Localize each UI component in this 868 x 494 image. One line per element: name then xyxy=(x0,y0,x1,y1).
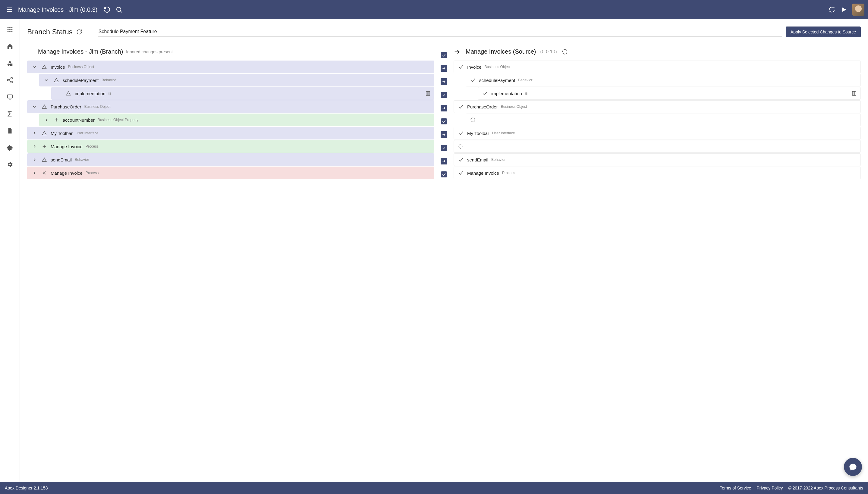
source-row[interactable]: Manage InvoiceProcess xyxy=(454,167,861,179)
branch-row[interactable]: Manage InvoiceProcess xyxy=(27,140,434,153)
apply-arrow[interactable] xyxy=(441,75,447,88)
svg-point-18 xyxy=(11,77,12,79)
branch-row[interactable]: accountNumberBusiness Object Property xyxy=(39,114,434,126)
share-icon xyxy=(7,77,13,83)
refresh-button[interactable] xyxy=(826,4,838,16)
source-version: (0.0.10) xyxy=(540,49,557,55)
search-button[interactable] xyxy=(113,4,125,16)
rail-settings[interactable] xyxy=(6,160,14,169)
privacy-link[interactable]: Privacy Policy xyxy=(756,486,783,490)
svg-marker-15 xyxy=(8,60,11,63)
svg-marker-5 xyxy=(843,7,846,12)
rail-functions[interactable] xyxy=(6,110,14,118)
run-button[interactable] xyxy=(838,4,850,16)
item-name: PurchaseOrder xyxy=(51,104,81,109)
branch-column-header: Manage Invoices - Jim (Branch) Ignored c… xyxy=(27,48,434,60)
svg-marker-38 xyxy=(42,158,47,162)
rail-desktop[interactable] xyxy=(6,93,14,101)
desktop-icon xyxy=(7,94,13,100)
apps-icon xyxy=(7,26,13,33)
source-column: Manage Invoices (Source) (0.0.10) Invoic… xyxy=(454,48,861,181)
item-type: Process xyxy=(86,171,98,175)
branch-row[interactable]: implementationis xyxy=(51,87,434,100)
select-checkbox[interactable] xyxy=(441,168,447,181)
rail-apps[interactable] xyxy=(6,25,14,34)
branch-row[interactable]: Manage InvoiceProcess xyxy=(27,167,434,179)
source-refresh-button[interactable] xyxy=(562,49,568,55)
play-icon xyxy=(841,6,847,13)
refresh-status-button[interactable] xyxy=(76,29,82,35)
history-icon xyxy=(104,6,111,13)
branch-row[interactable]: schedulePaymentBehavior xyxy=(39,74,434,87)
svg-rect-7 xyxy=(10,27,11,28)
content: Branch Status Apply Selected Changes to … xyxy=(20,19,868,482)
terms-link[interactable]: Terms of Service xyxy=(720,486,751,490)
left-rail xyxy=(0,19,20,482)
source-row[interactable]: implementationis xyxy=(478,87,861,100)
source-row[interactable]: My ToolbarUser Interface xyxy=(454,127,861,139)
item-name: implementation xyxy=(75,91,106,96)
svg-point-19 xyxy=(7,79,9,81)
item-type: Behavior xyxy=(491,157,505,162)
expand-toggle[interactable] xyxy=(31,64,38,70)
expand-toggle[interactable] xyxy=(31,157,38,163)
apply-changes-button[interactable]: Apply Selected Changes to Source xyxy=(786,26,861,37)
svg-rect-23 xyxy=(7,95,12,98)
source-row[interactable]: InvoiceBusiness Object xyxy=(454,60,861,73)
branch-name-input[interactable] xyxy=(98,28,782,36)
compare-button[interactable] xyxy=(425,91,431,96)
menu-button[interactable] xyxy=(4,4,16,16)
source-row[interactable] xyxy=(454,140,861,153)
expand-toggle[interactable] xyxy=(31,144,38,149)
copyright[interactable]: © 2017-2022 Apex Process Consultants xyxy=(789,486,863,490)
select-checkbox[interactable] xyxy=(441,89,447,101)
file-icon xyxy=(7,128,13,134)
status-icon xyxy=(458,144,464,149)
branch-row[interactable]: InvoiceBusiness Object xyxy=(27,60,434,73)
select-checkbox[interactable] xyxy=(441,115,447,128)
status-icon xyxy=(53,117,60,122)
svg-line-21 xyxy=(9,79,11,80)
branch-row[interactable]: PurchaseOrderBusiness Object xyxy=(27,100,434,113)
expand-toggle[interactable] xyxy=(31,103,38,110)
rail-home[interactable] xyxy=(6,42,14,51)
source-row[interactable]: PurchaseOrderBusiness Object xyxy=(454,100,861,113)
apply-arrow[interactable] xyxy=(441,102,447,114)
svg-rect-9 xyxy=(7,29,8,30)
apply-arrow[interactable] xyxy=(441,128,447,141)
topbar: Manage Invoices - Jim (0.0.3) xyxy=(0,0,868,19)
select-all[interactable] xyxy=(441,48,447,62)
svg-rect-6 xyxy=(7,27,8,28)
rail-extensions[interactable] xyxy=(6,144,14,152)
item-type: is xyxy=(109,91,111,95)
status-icon xyxy=(469,77,476,83)
rail-share[interactable] xyxy=(6,76,14,84)
expand-toggle[interactable] xyxy=(43,77,50,83)
apply-arrow[interactable] xyxy=(441,62,447,75)
avatar[interactable] xyxy=(852,4,864,16)
status-icon xyxy=(458,130,464,136)
rail-shapes[interactable] xyxy=(6,59,14,68)
svg-rect-13 xyxy=(10,31,11,32)
branch-row[interactable]: sendEmailBehavior xyxy=(27,153,434,166)
source-row[interactable] xyxy=(466,114,861,126)
item-name: accountNumber xyxy=(63,117,95,122)
item-type: Process xyxy=(86,144,98,149)
expand-toggle[interactable] xyxy=(31,170,38,176)
item-type: Process xyxy=(502,171,515,175)
apply-arrow[interactable] xyxy=(441,155,447,168)
expand-toggle[interactable] xyxy=(43,117,50,123)
compare-button[interactable] xyxy=(851,91,857,96)
history-button[interactable] xyxy=(101,4,113,16)
status-icon xyxy=(41,130,48,136)
source-row[interactable]: sendEmailBehavior xyxy=(454,153,861,166)
branch-row[interactable]: My ToolbarUser Interface xyxy=(27,127,434,139)
source-row[interactable]: schedulePaymentBehavior xyxy=(466,74,861,87)
select-checkbox[interactable] xyxy=(441,141,447,154)
expand-toggle[interactable] xyxy=(31,130,38,136)
rail-file[interactable] xyxy=(6,127,14,135)
branch-column-title: Manage Invoices - Jim (Branch) xyxy=(38,48,123,55)
status-icon xyxy=(469,117,476,123)
chat-fab[interactable] xyxy=(844,458,862,476)
app-title: Manage Invoices - Jim (0.0.3) xyxy=(18,6,97,13)
